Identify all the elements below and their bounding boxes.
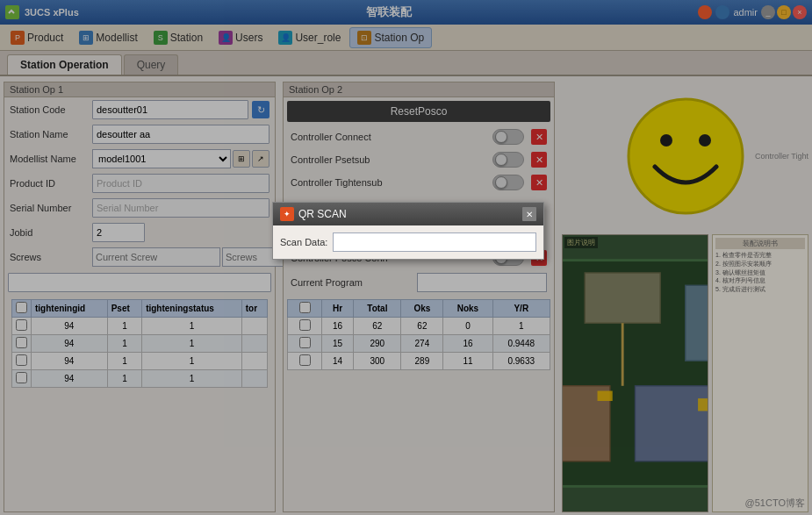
yr-cell: 0.9633	[492, 353, 550, 370]
smiley-container: Controller Tight	[562, 82, 808, 231]
station-code-row: Station Code ↻	[4, 97, 275, 122]
ctrl-psetsub-toggle[interactable]	[492, 152, 524, 168]
menu-users[interactable]: 👤 Users	[212, 28, 269, 47]
app-logo	[5, 5, 19, 19]
title-bar: 3UCS xPlus 智联装配 admir _ □ ×	[0, 0, 812, 25]
product-id-label: Product ID	[10, 178, 89, 189]
row-checkbox[interactable]	[16, 354, 27, 366]
station-name-label: Station Name	[10, 129, 89, 139]
jobid-row: Jobid	[4, 220, 275, 245]
noks-cell: 16	[443, 335, 492, 353]
screws-row: Screws	[4, 245, 275, 269]
mid-col-yr: Y/R	[492, 300, 550, 318]
col-tighteningstatus: tighteningstatus	[142, 300, 242, 318]
ctrl-tightensub-toggle[interactable]	[492, 175, 524, 190]
pset-cell: 1	[107, 318, 141, 335]
svg-rect-7	[686, 285, 708, 361]
station-code-refresh-btn[interactable]: ↻	[252, 101, 269, 118]
row-checkbox[interactable]	[16, 337, 27, 348]
ctrl-psetsub-x-btn[interactable]: ✕	[531, 152, 547, 168]
yr-cell: 1	[492, 318, 550, 335]
current-program-input[interactable]	[417, 273, 547, 292]
table-row: 94 1 1	[12, 370, 268, 388]
menu-users-label: Users	[235, 32, 262, 44]
mid-table: Hr Total Oks Noks Y/R 16 62 62 0 1	[287, 299, 550, 370]
menu-user-role[interactable]: 👤 User_role	[271, 28, 348, 47]
tab-station-operation[interactable]: Station Operation	[7, 54, 122, 75]
ctrl-psetsub-label: Controller Psetsub	[291, 154, 485, 165]
right-table-container: Hr Total Oks Noks Y/R 16 62 62 0 1	[287, 299, 550, 370]
station-name-input[interactable]	[92, 125, 269, 144]
status-cell: 1	[142, 370, 242, 388]
tab-bar: Station Operation Query	[0, 51, 812, 76]
mid-row-checkbox[interactable]	[299, 319, 311, 331]
toggle-knob	[495, 176, 507, 189]
users-icon: 👤	[219, 31, 233, 45]
serial-number-input[interactable]	[92, 198, 269, 218]
row-checkbox[interactable]	[16, 319, 27, 331]
jobid-input[interactable]	[92, 223, 145, 242]
maximize-btn[interactable]: □	[777, 5, 791, 19]
ctrl-connect-label: Controller Connect	[291, 132, 485, 142]
menu-product[interactable]: P Product	[4, 28, 70, 47]
window-controls[interactable]: _ □ ×	[761, 5, 807, 19]
table-row: 94 1 1	[12, 318, 268, 335]
scan-data-label: Scan Data:	[280, 237, 327, 247]
mid-table-row: 16 62 62 0 1	[288, 318, 550, 335]
row-checkbox[interactable]	[16, 372, 27, 383]
dialog-title-bar: ✦ QR SCAN ✕	[273, 203, 543, 225]
hr-cell: 14	[322, 353, 354, 370]
instructions-text: 1. 检查零件是否完整 2. 按照图示安装顺序 3. 确认螺丝扭矩值 4. 核对…	[715, 251, 805, 294]
avatar-icon	[715, 5, 729, 19]
dialog-title-left: ✦ QR SCAN	[280, 207, 347, 221]
mid-row-checkbox[interactable]	[299, 354, 311, 366]
menu-station[interactable]: S Station	[147, 28, 210, 47]
minimize-btn[interactable]: _	[761, 5, 775, 19]
current-program-label: Current Program	[291, 277, 410, 288]
tor-cell	[241, 353, 267, 370]
reset-posco-btn[interactable]: ResetPosco	[287, 101, 550, 122]
mid-row-checkbox[interactable]	[299, 337, 311, 348]
ctrl-connect-x-btn[interactable]: ✕	[531, 129, 547, 145]
modellist-btn2[interactable]: ↗	[252, 150, 269, 168]
scan-data-input[interactable]	[333, 232, 536, 252]
mid-col-noks: Noks	[443, 300, 492, 318]
modellist-btn1[interactable]: ⊞	[233, 150, 250, 168]
extra-input[interactable]	[8, 273, 271, 292]
dialog-close-btn[interactable]: ✕	[522, 207, 536, 221]
station-op2-title: Station Op 2	[284, 82, 554, 97]
menu-bar: P Product ⊞ Modellist S Station 👤 Users …	[0, 25, 812, 51]
station-code-input[interactable]	[92, 100, 248, 119]
close-btn[interactable]: ×	[793, 5, 807, 19]
menu-station-op[interactable]: ⊡ Station Op	[349, 27, 432, 48]
menu-station-op-label: Station Op	[374, 32, 424, 44]
ctrl-psetsub-row: Controller Psetsub ✕	[284, 148, 554, 171]
right-panel: Controller Tight	[562, 82, 808, 512]
select-all-checkbox[interactable]	[16, 302, 27, 313]
tor-cell	[241, 318, 267, 335]
oks-cell: 274	[401, 335, 443, 353]
jobid-label: Jobid	[10, 227, 89, 238]
pcb-label: 图片说明	[564, 237, 598, 248]
station-op1-panel: Station Op 1 Station Code ↻ Station Name…	[4, 82, 276, 512]
modellist-name-select[interactable]: model1001	[92, 149, 231, 168]
title-bar-left: 3UCS xPlus	[5, 5, 79, 19]
tab-query[interactable]: Query	[124, 54, 179, 75]
product-id-row: Product ID	[4, 171, 275, 196]
product-id-input[interactable]	[92, 174, 269, 193]
current-screw-input[interactable]	[92, 247, 220, 267]
svg-rect-14	[598, 391, 613, 401]
tighteningid-cell: 94	[32, 370, 108, 388]
ctrl-connect-row: Controller Connect ✕	[284, 125, 554, 148]
ctrl-connect-toggle[interactable]	[492, 129, 524, 145]
smiley-face	[624, 95, 747, 218]
col-tor: tor	[241, 300, 267, 318]
pcb-image: 图片说明	[562, 234, 708, 512]
mid-table-row: 14 300 289 11 0.9633	[288, 353, 550, 370]
ctrl-tightensub-x-btn[interactable]: ✕	[531, 175, 547, 190]
app-name: 3UCS xPlus	[25, 7, 79, 18]
left-table: tighteningid Pset tighteningstatus tor 9…	[11, 299, 268, 388]
ctrl-tightensub-label: Controller Tightensub	[291, 177, 485, 188]
mid-select-all[interactable]	[299, 302, 311, 313]
menu-modellist[interactable]: ⊞ Modellist	[72, 28, 144, 47]
